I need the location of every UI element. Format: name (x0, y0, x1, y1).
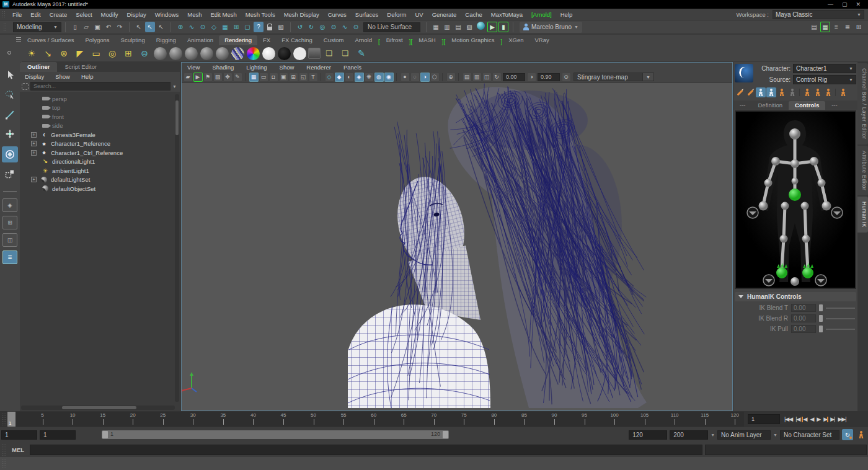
viewport-menu-panels[interactable]: Panels (338, 64, 367, 71)
select-tool[interactable] (2, 67, 18, 83)
chevron-down-icon[interactable]: ▼ (643, 73, 654, 81)
menu-create[interactable]: Create (45, 11, 72, 18)
shelf-tab-rendering[interactable]: Rendering (219, 35, 257, 45)
pane-3-icon[interactable]: ◫ (482, 73, 492, 82)
node-input-icon[interactable]: ↺ (295, 22, 305, 32)
paint-select-tool[interactable] (2, 107, 18, 123)
outliner-item-character1-reference[interactable]: +*Character1_Reference (20, 140, 180, 149)
snap-projected-center-icon[interactable]: ◇ (209, 22, 219, 32)
group-separator[interactable] (510, 22, 516, 32)
contrast-field[interactable]: 0.90 (538, 73, 560, 81)
snap-to-grid-icon[interactable]: ⊕ (446, 73, 456, 82)
snap-view-plane-icon[interactable]: ▦ (220, 22, 230, 32)
step-forward-key-button[interactable]: ▶| (830, 416, 835, 422)
command-input[interactable] (30, 445, 702, 455)
outliner-item-defaultobjectset[interactable]: defaultObjectSet (20, 184, 180, 193)
menu-edit[interactable]: Edit (26, 11, 45, 18)
wireframe-icon[interactable]: ◇ (325, 73, 334, 82)
select-object-icon[interactable]: ↖ (145, 22, 155, 32)
slider-value-field[interactable]: 0.00 (791, 325, 816, 333)
contrast-icon[interactable]: ◑ (527, 73, 536, 82)
play-backwards-button[interactable]: ◀ (809, 416, 814, 422)
menubar-grip[interactable] (2, 11, 6, 19)
undo-icon[interactable]: ↶ (104, 22, 113, 32)
outliner-horizontal-scrollbar[interactable] (21, 406, 175, 410)
snap-surface-icon[interactable]: ⊞ (231, 22, 241, 32)
construction-history-icon[interactable]: ◎ (317, 22, 327, 32)
shelf-tab-bifrost[interactable]: Bifrost (381, 35, 409, 45)
select-camera-icon[interactable]: ▰ (184, 73, 193, 82)
filter-icon[interactable] (22, 83, 29, 90)
animation-start-field[interactable]: 1 (1, 430, 37, 440)
multisample-icon[interactable]: ● (401, 73, 410, 82)
arnold-renderview-icon[interactable]: ▶ (487, 22, 497, 32)
group-separator[interactable] (63, 22, 68, 32)
step-forward-frame-button[interactable]: ▶ (823, 416, 828, 422)
command-result-field[interactable] (705, 445, 867, 455)
current-frame-field[interactable]: 1 (748, 414, 780, 424)
expand-icon[interactable]: + (31, 177, 37, 182)
menu-mesh[interactable]: Mesh (183, 11, 206, 18)
textured-icon[interactable]: ◐ (345, 73, 354, 82)
open-scene-icon[interactable]: ▱ (81, 22, 91, 32)
chevron-down-icon[interactable]: ▼ (773, 433, 777, 437)
mute-body-part-icon[interactable] (823, 87, 833, 97)
snap-help-icon[interactable]: ? (254, 22, 264, 32)
shelf-tab-curves-surfaces[interactable]: Curves / Surfaces (22, 35, 80, 45)
tonemap-dropdown[interactable]: Stingray tone-map (574, 73, 643, 81)
live-surface-field[interactable]: No Live Surface (363, 22, 420, 32)
bookmark-icon[interactable]: ⚑ (203, 73, 213, 82)
outliner-item-top[interactable]: top (20, 104, 180, 113)
shelf-tab-arnold[interactable]: Arnold (350, 35, 378, 45)
menu-surfaces[interactable]: Surfaces (351, 11, 383, 18)
point-light-icon[interactable]: ⊛ (56, 46, 71, 61)
current-time-marker[interactable]: 1 (7, 412, 16, 427)
menu-file[interactable]: File (8, 11, 26, 18)
slider-thumb[interactable] (819, 304, 823, 311)
lambert-icon[interactable] (169, 47, 182, 60)
play-forwards-button[interactable]: ▶ (816, 416, 821, 422)
playback-start-field[interactable]: 1 (40, 430, 76, 440)
character-view-icon[interactable] (766, 87, 776, 97)
move-tool[interactable] (2, 126, 18, 143)
skeleton-view-icon[interactable] (756, 87, 766, 97)
shelf-tab-custom[interactable]: Custom (318, 35, 350, 45)
full-body-mode-icon[interactable] (838, 87, 848, 97)
humanik-tab-[interactable]: --- (733, 101, 752, 110)
four-pane-layout[interactable]: ⊞ (2, 216, 17, 229)
psd-network-icon[interactable]: ❏ (322, 46, 337, 61)
viewport-menu-renderer[interactable]: Renderer (301, 64, 337, 71)
hypershade-icon[interactable] (477, 22, 485, 30)
select-component-icon[interactable]: ↖ (156, 22, 166, 32)
motion-blur-icon[interactable]: ◉ (384, 73, 394, 82)
shelf-tab-motion-graphics[interactable]: Motion Graphics (446, 35, 500, 45)
layered-shader-icon[interactable] (231, 47, 244, 60)
surface-shader-icon[interactable] (262, 47, 275, 60)
arnold-ipr-icon[interactable]: ▮ (498, 22, 508, 32)
film-gate-icon[interactable]: ▭ (259, 73, 268, 82)
anisotropic-icon[interactable] (216, 47, 229, 60)
mel-toggle[interactable]: MEL (9, 446, 27, 453)
outliner-item-directionallight1[interactable]: ↘directionalLight1 (20, 157, 180, 167)
modeling-toolkit-toggle-icon[interactable]: ⊞ (854, 22, 864, 32)
menu-curves[interactable]: Curves (324, 11, 351, 18)
outliner-menu-show[interactable]: Show (50, 73, 75, 80)
ramp-shader-icon[interactable] (247, 47, 260, 60)
viewport-canvas[interactable] (182, 83, 732, 410)
range-slider[interactable]: 1 120 (102, 430, 449, 439)
helpline-grip[interactable] (1, 459, 6, 468)
user-account-menu[interactable]: Marcelo Bruno ▼ (520, 22, 582, 33)
node-output-icon[interactable]: ↻ (306, 22, 316, 32)
control-rig-icon[interactable] (777, 87, 787, 97)
no-construction-history-icon[interactable]: ⊖ (329, 22, 339, 32)
maximize-button[interactable]: ▢ (842, 1, 848, 8)
humanik-controls-header[interactable]: HumanIK Controls (735, 292, 856, 301)
pane-1-icon[interactable]: ▤ (463, 73, 472, 82)
exposure-field[interactable]: 0.00 (503, 73, 525, 81)
render-current-frame-icon[interactable]: ▥ (442, 22, 452, 32)
xray-icon[interactable]: ◑ (420, 73, 430, 82)
shelf-tab-sculpting[interactable]: Sculpting (115, 35, 151, 45)
menu-mesh-tools[interactable]: Mesh Tools (241, 11, 280, 18)
menu-edit-mesh[interactable]: Edit Mesh (206, 11, 241, 18)
standard-surface-icon[interactable] (154, 47, 167, 60)
